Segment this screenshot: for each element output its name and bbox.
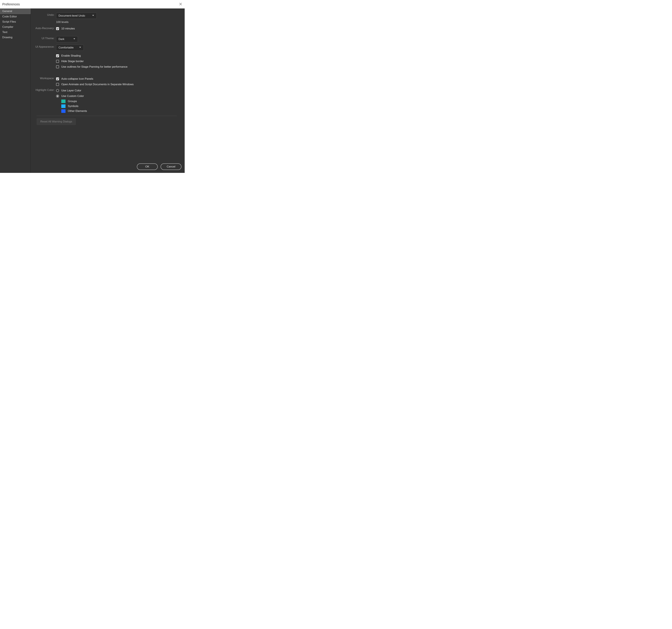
sidebar-item-label: General (2, 9, 12, 13)
use-layer-color-label: Use Layer Color (61, 89, 81, 92)
sidebar-item-compiler[interactable]: Compiler (0, 24, 30, 30)
sidebar-item-code-editor[interactable]: Code Editor (0, 14, 30, 19)
symbols-label: Symbols (68, 104, 78, 108)
undo-dropdown[interactable]: Document-level Undo (56, 13, 97, 19)
label-auto-recovery: Auto-Recovery: (31, 25, 56, 30)
use-custom-color-label: Use Custom Color (61, 94, 84, 98)
undo-levels-text: 100 levels (56, 21, 69, 24)
hide-stage-border-label: Hide Stage border (61, 60, 84, 63)
reset-warnings-button[interactable]: Reset All Warning Dialogs (37, 118, 76, 125)
use-outlines-label: Use outlines for Stage Panning for bette… (61, 65, 127, 68)
ui-theme-dropdown[interactable]: Dark (56, 36, 78, 42)
sidebar-item-general[interactable]: General (0, 8, 30, 14)
ui-theme-value: Dark (58, 38, 64, 41)
cancel-button[interactable]: Cancel (161, 163, 182, 170)
chevron-down-icon (92, 14, 94, 17)
close-icon[interactable] (179, 3, 183, 6)
sidebar: General Code Editor Script Files Compile… (0, 8, 31, 173)
label-workspace: Workspace: (31, 75, 56, 80)
separate-windows-checkbox[interactable] (56, 83, 59, 86)
sidebar-item-drawing[interactable]: Drawing (0, 35, 30, 40)
other-elements-swatch[interactable] (61, 109, 66, 113)
main-panel: Undo: Document-level Undo 100 levels Aut… (31, 8, 185, 173)
undo-value: Document-level Undo (58, 14, 85, 17)
other-elements-label: Other Elements (68, 110, 87, 113)
sidebar-item-label: Compiler (2, 25, 13, 28)
auto-recovery-label: 10 minutes (61, 27, 75, 30)
sidebar-item-script-files[interactable]: Script Files (0, 19, 30, 24)
separate-windows-label: Open Animate and Script Documents in Sep… (61, 83, 134, 86)
hide-stage-border-checkbox[interactable] (56, 60, 59, 63)
footer: OK Cancel (137, 163, 182, 170)
ok-button[interactable]: OK (137, 163, 158, 170)
sidebar-item-label: Text (2, 30, 7, 34)
label-undo: Undo: (31, 12, 56, 17)
groups-label: Groups (68, 100, 77, 103)
window-title: Preferences (2, 2, 20, 6)
use-layer-color-radio[interactable] (56, 89, 59, 92)
label-ui-appearance: UI Appearance: (31, 44, 56, 48)
enable-shading-checkbox[interactable] (56, 54, 59, 57)
auto-recovery-checkbox[interactable] (56, 27, 59, 30)
label-highlight-color: Highlight Color: (31, 87, 56, 92)
auto-collapse-label: Auto-collapse Icon Panels (61, 77, 93, 80)
sidebar-item-label: Script Files (2, 20, 16, 23)
use-custom-color-radio[interactable] (56, 95, 59, 98)
sidebar-item-label: Code Editor (2, 15, 17, 18)
label-ui-theme: UI Theme: (31, 36, 56, 40)
sidebar-item-text[interactable]: Text (0, 30, 30, 35)
titlebar: Preferences (0, 0, 185, 8)
auto-collapse-checkbox[interactable] (56, 77, 59, 80)
chevron-down-icon (79, 46, 81, 49)
use-outlines-checkbox[interactable] (56, 65, 59, 68)
divider (37, 116, 177, 116)
groups-swatch[interactable] (61, 99, 66, 103)
ui-appearance-dropdown[interactable]: Comfortable (56, 45, 84, 51)
ui-appearance-value: Comfortable (58, 46, 74, 49)
symbols-swatch[interactable] (61, 104, 66, 108)
enable-shading-label: Enable Shading (61, 54, 81, 57)
sidebar-item-label: Drawing (2, 36, 13, 39)
chevron-down-icon (73, 38, 75, 41)
